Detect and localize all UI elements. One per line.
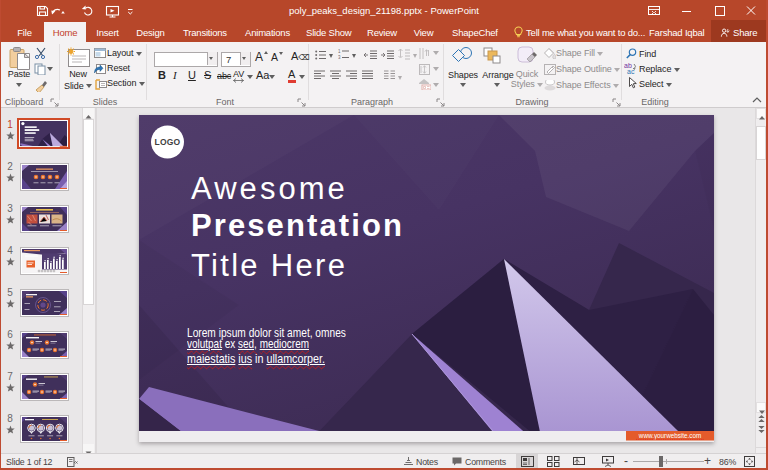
svg-text:Presentation: Presentation (191, 208, 404, 243)
svg-text:www.yourwebsite.com: www.yourwebsite.com (638, 432, 701, 440)
svg-text:1: 1 (338, 49, 341, 54)
svg-text:Title Here: Title Here (191, 248, 347, 283)
svg-text:LOGO: LOGO (155, 137, 181, 147)
svg-text:3: 3 (338, 55, 341, 60)
svg-text:Awesome: Awesome (191, 171, 348, 206)
